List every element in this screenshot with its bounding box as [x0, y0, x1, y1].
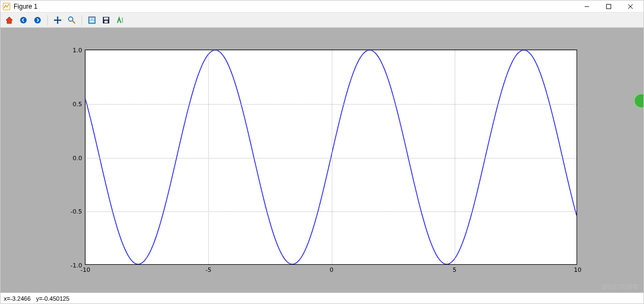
gridline-h [85, 265, 577, 266]
gridline-h [85, 158, 577, 159]
y-tick-label: 1.0 [73, 47, 83, 54]
titlebar: Figure 1 [1, 1, 643, 13]
x-tick-label: 0 [330, 266, 333, 273]
gridline-v [85, 50, 86, 264]
gridline-v [208, 50, 209, 264]
watermark: @51CTO博客 [602, 283, 639, 291]
svg-point-5 [20, 17, 27, 23]
series-line [85, 50, 577, 264]
home-button[interactable] [4, 15, 15, 26]
y-tick-label: -0.5 [71, 208, 82, 215]
subplots-button[interactable] [86, 15, 97, 26]
svg-point-6 [34, 17, 41, 23]
svg-rect-9 [89, 17, 95, 23]
axes[interactable]: -1.0-0.50.00.51.0-10-50510 [85, 50, 577, 265]
svg-rect-15 [104, 21, 108, 23]
plot-canvas[interactable]: -1.0-0.50.00.51.0-10-50510 [1, 28, 643, 293]
back-button[interactable] [18, 15, 29, 26]
gridline-v [578, 50, 578, 264]
statusbar: x=-3.2466 y=-0.450125 [1, 293, 643, 303]
line-series [85, 50, 577, 264]
forward-button[interactable] [32, 15, 43, 26]
y-tick-label: 0.0 [73, 154, 83, 161]
window-title: Figure 1 [14, 3, 38, 10]
figure-window: Figure 1 [0, 0, 644, 304]
badge-icon [634, 93, 643, 108]
minimize-button[interactable] [576, 1, 598, 13]
x-tick-label: 10 [574, 266, 581, 273]
svg-rect-2 [606, 4, 611, 9]
pan-button[interactable] [52, 15, 63, 26]
x-tick-label: -10 [81, 266, 90, 273]
gridline-h [85, 211, 577, 212]
gridline-v [455, 50, 455, 264]
gridline-h [85, 104, 577, 105]
svg-rect-12 [90, 21, 94, 22]
svg-rect-11 [92, 18, 94, 20]
svg-point-7 [69, 17, 73, 21]
gridline-h [85, 50, 577, 51]
toolbar-separator [82, 15, 82, 25]
save-button[interactable] [101, 15, 112, 26]
zoom-button[interactable] [66, 15, 77, 26]
svg-line-8 [72, 21, 75, 23]
maximize-button[interactable] [598, 1, 620, 13]
toolbar-separator [47, 15, 48, 25]
status-x: x=-3.2466 [4, 295, 30, 302]
gridline-v [332, 50, 332, 264]
y-tick-label: 0.5 [73, 100, 83, 107]
status-y: y=-0.450125 [36, 295, 69, 302]
x-tick-label: -5 [206, 266, 212, 273]
edit-params-button[interactable] [115, 15, 126, 26]
x-tick-label: 5 [453, 266, 456, 273]
svg-rect-10 [90, 18, 91, 20]
toolbar [1, 13, 643, 28]
app-icon [3, 3, 10, 10]
close-button[interactable] [620, 1, 641, 13]
svg-rect-14 [104, 17, 108, 20]
